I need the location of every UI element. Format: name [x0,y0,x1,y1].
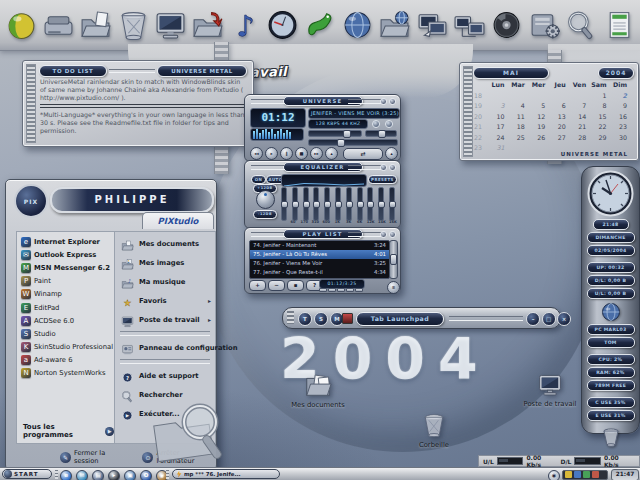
transport-button[interactable]: ■ [295,147,308,160]
eq-band-knob[interactable] [357,201,364,208]
volume-icon[interactable]: ◉ [548,470,560,480]
start-menu-item[interactable]: AACDSee 6.0 [17,314,114,327]
start-menu-item[interactable]: ♪Ma musique [115,272,215,291]
seek-slider[interactable] [308,139,398,146]
equalizer-titlebar[interactable]: EQUALIZER [245,161,400,172]
calendar-day[interactable]: 14 [571,112,591,123]
mini-play-button[interactable] [328,288,336,292]
playlist-row[interactable]: 76. Jenifer - Viens Me Voir3:25 [250,259,389,268]
transport-button[interactable]: ‖ [280,147,293,160]
eq-band-knob[interactable] [313,201,320,208]
email-icon[interactable]: ✉ [76,470,88,480]
sidebar-widget[interactable]: 21:48 DIMANCHE02/05/2004 UP: 00:32D/L: 0… [581,166,640,434]
transport-button[interactable]: ▴ [325,147,338,160]
calendar-day[interactable]: 31 [489,143,509,154]
close-button[interactable] [389,98,396,105]
calendar-day[interactable]: 21 [571,122,591,133]
sidebar-pill[interactable]: PC MARL03 [587,324,635,335]
eq-presets-button[interactable]: PRESETS [368,175,397,184]
calendar-day[interactable]: 18 [509,122,529,133]
calendar-day[interactable]: 30 [612,133,632,144]
start-menu-item[interactable]: Mes images [115,253,215,272]
eq-band-slider[interactable] [378,187,384,221]
network-computers-icon[interactable] [453,5,487,45]
eq-band-slider[interactable] [335,187,341,221]
calendar-day[interactable]: 26 [530,133,550,144]
close-button[interactable] [389,231,396,238]
display-settings-icon[interactable] [415,5,449,45]
universe-metal-tab[interactable]: UNIVERSE METAL [157,65,247,77]
playlist-button[interactable]: ▪ [287,280,304,291]
winamp-task-button[interactable]: mp *** 76. Jenife... [172,469,280,479]
todo-list-tab[interactable]: TO DO LIST [39,65,107,77]
start-menu-item[interactable]: Poste de travail▸ [115,310,215,329]
winamp-equalizer-window[interactable]: EQUALIZER ON AUTO PRESETS +12DB -12DB 60… [244,160,401,229]
calendar-day[interactable]: 9 [612,101,632,112]
calendar-day[interactable]: 24 [489,133,509,144]
eq-band-slider[interactable] [281,187,287,221]
playlist-row[interactable]: 74. Jenifer - Maintenant3:24 [250,241,389,250]
documents-icon[interactable]: ▤ [92,470,104,480]
transport-button[interactable]: ◂◂ [250,147,263,160]
launchpad-label[interactable]: Tab Launchpad [356,312,444,326]
calendar-day[interactable]: 3 [489,101,509,112]
playlist-button[interactable]: + [249,280,266,291]
eject-button[interactable]: ▴ [385,147,398,160]
eq-band-knob[interactable] [378,201,385,208]
shuffle-button[interactable]: ⇄ [343,148,383,160]
log-off-button[interactable]: ✎ Fermer la session [60,449,128,465]
shade-button[interactable] [380,98,387,105]
recycle-bin-icon[interactable] [600,427,622,447]
eq-band-slider[interactable] [357,187,363,221]
calendar-day[interactable]: 27 [550,133,570,144]
media-disc-icon[interactable] [490,5,524,45]
all-programs-button[interactable]: Tous les programmes ▶ [23,423,114,439]
launchpad-button[interactable]: T [298,312,312,326]
documents-folder-icon[interactable] [79,5,113,45]
calendar-day[interactable]: 29 [591,133,611,144]
antivirus-tray-icon[interactable] [592,471,599,478]
eq-band-knob[interactable] [389,201,396,208]
calendar-day[interactable]: 28 [571,133,591,144]
maximize-button[interactable]: □ [542,312,556,326]
calendar-day[interactable]: 19 [530,122,550,133]
track-title-marquee[interactable]: JENIFER - VIENS ME VOIR (3:25) [308,108,400,119]
eq-band-knob[interactable] [292,201,299,208]
task-list-icon[interactable] [602,5,636,45]
start-menu-item[interactable]: ★Favoris▸ [115,291,215,310]
winamp-playlist-window[interactable]: PLAY LIST 74. Jenifer - Maintenant3:2475… [244,227,401,294]
playlist-titlebar[interactable]: PLAY LIST [245,228,400,239]
playlist-row[interactable]: 75. Jenifer - Là Où Tu Rêves4:01 [250,250,389,259]
calendar-month[interactable]: MAI [473,67,549,79]
start-menu-item[interactable]: NNorton SystemWorks [17,367,114,380]
taskbar-clock[interactable]: 21:47 [611,469,639,480]
calendar-year[interactable]: 2004 [598,67,634,79]
sidebar-pill[interactable]: E USE 31% [587,410,635,421]
eq-band-slider[interactable] [367,187,373,221]
my-computer-icon[interactable] [154,5,188,45]
minimize-button[interactable]: – [526,312,540,326]
shared-folder-icon[interactable] [191,5,225,45]
eq-on-button[interactable]: ON [251,175,266,184]
eq-band-knob[interactable] [367,201,374,208]
desktop-icon-my-computer[interactable]: Poste de travail [514,372,586,408]
start-menu-item[interactable]: eInternet Explorer [17,235,114,248]
calendar-day[interactable]: 12 [530,112,550,123]
clock-icon[interactable] [266,5,300,45]
start-menu-item[interactable]: Panneau de configuration [115,338,215,357]
messenger-icon[interactable]: O [140,470,152,480]
search-icon[interactable] [565,5,599,45]
calendar-day[interactable]: 5 [530,101,550,112]
mini-next-button[interactable] [346,288,354,292]
start-menu-item[interactable]: Mes documents [115,234,215,253]
eq-band-knob[interactable] [346,201,353,208]
scrollbar-thumb[interactable] [390,254,397,265]
eq-band-knob[interactable] [281,201,288,208]
sidebar-pill[interactable]: 789M FREE [587,380,635,391]
calendar-day[interactable]: 2 [612,91,632,102]
calendar-day[interactable]: 25 [509,133,529,144]
calendar-day[interactable]: 20 [550,122,570,133]
internet-explorer-icon[interactable]: e [60,470,72,480]
start-menu-logo-orb[interactable]: PIX [14,184,48,218]
internet-globe-icon[interactable] [340,5,374,45]
